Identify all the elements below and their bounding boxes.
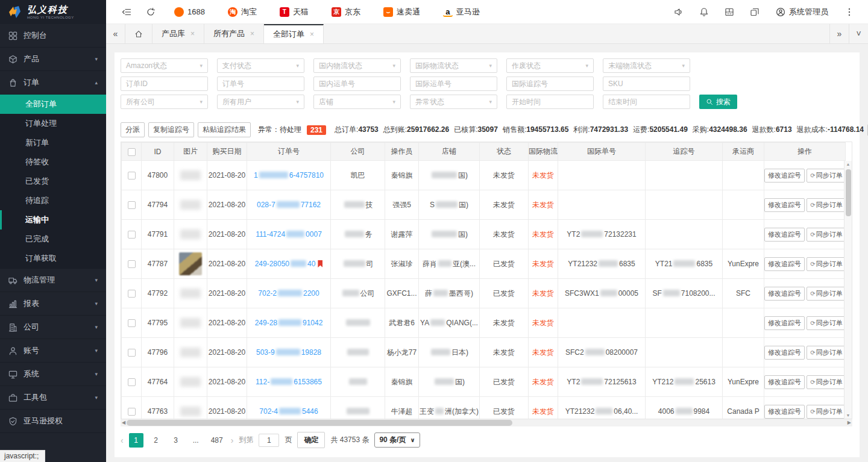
sidebar-subitem-待签收[interactable]: 待签收 bbox=[0, 152, 106, 172]
scroll-left-icon[interactable]: ◀ bbox=[122, 419, 125, 426]
toolbar-button-粘贴追踪结果[interactable]: 粘贴追踪结果 bbox=[198, 122, 251, 137]
toolbar-button-复制追踪号[interactable]: 复制追踪号 bbox=[148, 122, 194, 137]
sidebar-item-订单[interactable]: 订单▴ bbox=[0, 71, 106, 95]
row-checkbox[interactable] bbox=[128, 172, 136, 179]
row-checkbox[interactable] bbox=[128, 260, 136, 268]
marketplace-link-亚马逊[interactable]: a亚马逊 bbox=[432, 0, 491, 23]
filter-input-国际追踪号[interactable]: 国际追踪号 bbox=[506, 76, 594, 91]
order-number-link[interactable]: 16-4757810 bbox=[254, 171, 324, 179]
row-checkbox[interactable] bbox=[128, 231, 136, 239]
order-number-link[interactable]: 111-47240007 bbox=[256, 230, 322, 239]
vertical-scroll-thumb[interactable] bbox=[846, 169, 851, 216]
order-number-link[interactable]: 112-6153865 bbox=[256, 378, 322, 386]
table-vertical-scrollbar[interactable]: ▲ ▼ bbox=[844, 161, 852, 419]
filter-input-订单号[interactable]: 订单号 bbox=[217, 76, 304, 91]
filter-select-所有公司[interactable]: 所有公司▾ bbox=[121, 95, 208, 109]
tab-home[interactable] bbox=[125, 24, 153, 43]
sync-order-button[interactable]: ⟳同步订单 bbox=[807, 257, 845, 271]
select-all-checkbox[interactable] bbox=[128, 148, 136, 156]
edit-tracking-button[interactable]: 修改追踪号 bbox=[764, 346, 805, 360]
page-button-3[interactable]: 3 bbox=[169, 433, 183, 448]
edit-tracking-button[interactable]: 修改追踪号 bbox=[764, 375, 805, 389]
sidebar-item-系统[interactable]: 系统▾ bbox=[0, 363, 106, 386]
sidebar-item-亚马逊授权[interactable]: 亚马逊授权 bbox=[0, 410, 106, 433]
sidebar-item-公司[interactable]: 公司▾ bbox=[0, 316, 106, 339]
edit-tracking-button[interactable]: 修改追踪号 bbox=[764, 316, 805, 330]
page-size-select[interactable]: 90 条/页∨ bbox=[374, 432, 420, 448]
tab-close-icon[interactable]: × bbox=[310, 30, 314, 39]
tab-所有产品[interactable]: 所有产品× bbox=[204, 24, 264, 43]
sidebar-item-物流管理[interactable]: 物流管理▾ bbox=[0, 269, 106, 292]
page-button-487[interactable]: 487 bbox=[209, 433, 225, 448]
row-checkbox[interactable] bbox=[128, 201, 136, 209]
filter-input-开始时间[interactable]: 开始时间 bbox=[506, 95, 594, 109]
sync-order-button[interactable]: ⟳同步订单 bbox=[807, 198, 845, 212]
order-number-link[interactable]: 028-777162 bbox=[257, 201, 321, 209]
row-checkbox[interactable] bbox=[128, 408, 136, 416]
tab-产品库[interactable]: 产品库× bbox=[153, 24, 204, 43]
tab-close-icon[interactable]: × bbox=[250, 30, 254, 38]
order-number-link[interactable]: 702-22200 bbox=[258, 289, 319, 298]
sidebar-subitem-全部订单[interactable]: 全部订单 bbox=[0, 95, 106, 114]
sidebar-subitem-待追踪[interactable]: 待追踪 bbox=[0, 191, 106, 210]
sync-order-button[interactable]: ⟳同步订单 bbox=[807, 316, 845, 330]
filter-select-异常状态[interactable]: 异常状态▾ bbox=[410, 95, 497, 109]
horizontal-scroll-thumb[interactable] bbox=[127, 420, 512, 426]
table-horizontal-scrollbar[interactable]: ◀ ▶ bbox=[121, 419, 852, 426]
goto-page-input[interactable] bbox=[259, 434, 279, 447]
row-checkbox[interactable] bbox=[128, 378, 136, 386]
order-number-link[interactable]: 249-2891042 bbox=[255, 319, 323, 327]
sidebar-item-控制台[interactable]: 控制台 bbox=[0, 24, 106, 48]
search-button[interactable]: 搜索 bbox=[699, 95, 737, 109]
marketplace-link-速卖通[interactable]: ⌣速卖通 bbox=[372, 0, 432, 23]
filter-select-所有用户[interactable]: 所有用户▾ bbox=[217, 95, 304, 109]
next-page-button[interactable]: › bbox=[231, 435, 234, 445]
edit-tracking-button[interactable]: 修改追踪号 bbox=[764, 198, 805, 212]
confirm-page-button[interactable]: 确定 bbox=[297, 432, 325, 448]
filter-select-店铺[interactable]: 店铺▾ bbox=[313, 95, 401, 109]
refresh-button[interactable] bbox=[139, 0, 163, 23]
order-number-link[interactable]: 249-2805040 bbox=[255, 260, 316, 268]
sidebar-item-产品[interactable]: 产品▾ bbox=[0, 48, 106, 71]
marketplace-link-京东[interactable]: 京京东 bbox=[320, 0, 372, 23]
more-menu-button[interactable] bbox=[837, 0, 862, 23]
marketplace-link-1688[interactable]: 1688 bbox=[163, 0, 216, 23]
edit-tracking-button[interactable]: 修改追踪号 bbox=[764, 169, 805, 183]
sidebar-subitem-新订单[interactable]: 新订单 bbox=[0, 133, 106, 152]
sync-order-button[interactable]: ⟳同步订单 bbox=[807, 287, 845, 301]
sidebar-subitem-运输中[interactable]: 运输中 bbox=[0, 210, 106, 229]
edit-tracking-button[interactable]: 修改追踪号 bbox=[764, 405, 805, 419]
tabs-menu-button[interactable]: ˅ bbox=[849, 24, 868, 43]
filter-select-Amazon状态[interactable]: Amazon状态▾ bbox=[121, 58, 208, 73]
sync-order-button[interactable]: ⟳同步订单 bbox=[807, 375, 845, 389]
filter-input-国际运单号[interactable]: 国际运单号 bbox=[410, 76, 497, 91]
announcement-button[interactable] bbox=[666, 0, 691, 23]
scroll-right-icon[interactable]: ▶ bbox=[848, 419, 851, 426]
sidebar-subitem-订单处理[interactable]: 订单处理 bbox=[0, 114, 106, 133]
sync-order-button[interactable]: ⟳同步订单 bbox=[807, 228, 845, 242]
edit-tracking-button[interactable]: 修改追踪号 bbox=[764, 287, 805, 301]
order-number-link[interactable]: 702-45446 bbox=[259, 407, 318, 416]
row-checkbox[interactable] bbox=[128, 349, 136, 357]
page-button-2[interactable]: 2 bbox=[149, 433, 163, 448]
filter-select-国际物流状态[interactable]: 国际物流状态▾ bbox=[410, 58, 497, 73]
filter-input-国内运单号[interactable]: 国内运单号 bbox=[313, 76, 401, 91]
filter-input-SKU[interactable]: SKU bbox=[603, 76, 690, 91]
scroll-down-icon[interactable]: ▼ bbox=[844, 413, 852, 417]
tabs-scroll-left-button[interactable]: « bbox=[106, 24, 125, 43]
sync-order-button[interactable]: ⟳同步订单 bbox=[807, 346, 845, 360]
tabs-scroll-right-button[interactable]: » bbox=[829, 24, 849, 43]
edit-tracking-button[interactable]: 修改追踪号 bbox=[764, 257, 805, 271]
apps-button[interactable] bbox=[717, 0, 742, 23]
toolbar-button-分派[interactable]: 分派 bbox=[121, 122, 145, 137]
filter-select-作废状态[interactable]: 作废状态▾ bbox=[506, 58, 594, 73]
sidebar-subitem-已完成[interactable]: 已完成 bbox=[0, 229, 106, 249]
row-checkbox[interactable] bbox=[128, 290, 136, 298]
tab-全部订单[interactable]: 全部订单× bbox=[264, 24, 324, 43]
switch-button[interactable] bbox=[742, 0, 767, 23]
collapse-menu-button[interactable] bbox=[115, 0, 139, 23]
row-checkbox[interactable] bbox=[128, 319, 136, 327]
notifications-button[interactable] bbox=[691, 0, 717, 23]
prev-page-button[interactable]: ‹ bbox=[121, 435, 124, 445]
filter-input-订单ID[interactable]: 订单ID bbox=[121, 76, 208, 91]
